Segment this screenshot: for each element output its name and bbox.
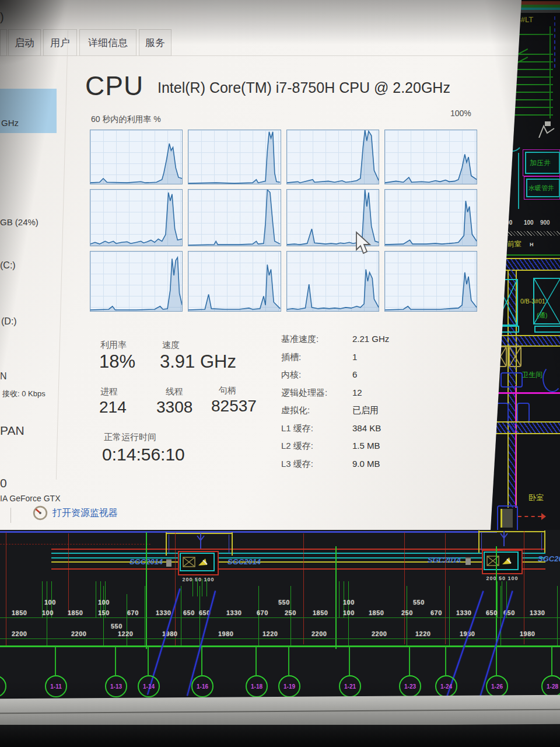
spec-row: 逻辑处理器:12 xyxy=(281,388,474,406)
spec-value: 12 xyxy=(352,388,362,397)
core-usage-graph[interactable] xyxy=(188,130,281,184)
dims-row-lower: 2200220055012201980198012202200220012201… xyxy=(0,630,560,638)
dim-number: 650 xyxy=(486,609,498,616)
speed-label: 速度 xyxy=(162,340,180,351)
main-gridline xyxy=(0,645,560,647)
sidebar-item[interactable]: 接收: 0 Kbps xyxy=(2,389,46,399)
cad-symbol xyxy=(536,118,555,141)
task-manager-window: ) 启动 用户 详细信息 服务 GHz GB (24%)(C:)(D:)N接收:… xyxy=(0,0,522,530)
bubble-stem xyxy=(55,647,56,676)
core-usage-graph[interactable] xyxy=(90,189,183,246)
sidebar-item-cpu[interactable]: GHz xyxy=(0,89,57,133)
dim-number: 1980 xyxy=(218,630,233,637)
shaft-label: 水暖管井 xyxy=(528,184,554,193)
axis-bubble-label: 1-16 xyxy=(197,683,208,690)
stair-line xyxy=(550,26,551,118)
dim-number: 1850 xyxy=(369,609,384,616)
axis-bubble: 1-14 xyxy=(138,675,160,697)
wall-hatch xyxy=(494,335,560,347)
sgc-label: SGC2014 xyxy=(538,554,560,563)
dim-number: 2200 xyxy=(71,630,86,637)
dim-tick xyxy=(197,579,198,596)
sidebar-item[interactable]: 0 xyxy=(0,476,7,490)
window-bottom-blue-line xyxy=(0,531,497,533)
tab-partial[interactable] xyxy=(0,29,7,56)
cad-blue-dashed-line xyxy=(554,16,555,68)
red-gridline xyxy=(445,533,446,644)
dim-number: 250 xyxy=(285,609,296,616)
sidebar-item[interactable]: GB (24%) xyxy=(0,217,38,227)
open-resource-monitor-link[interactable]: 打开资源监视器 xyxy=(33,505,118,521)
processes-label: 进程 xyxy=(100,386,118,397)
tab-startup[interactable]: 启动 xyxy=(8,29,41,56)
wall-line-red xyxy=(51,549,545,550)
core-usage-graph[interactable] xyxy=(188,189,281,246)
sidebar-item[interactable]: PAN xyxy=(0,424,24,438)
wall-line-cyan xyxy=(51,553,545,554)
dim-number: 670 xyxy=(430,609,442,616)
core-usage-graph[interactable] xyxy=(384,130,477,184)
axis-bubble xyxy=(0,675,6,697)
dim-number: 550 xyxy=(111,623,123,630)
red-dashed-arrow xyxy=(518,516,541,517)
dim-number: 670 xyxy=(257,609,268,616)
spec-value: 6 xyxy=(352,369,357,379)
dim-number: 1850 xyxy=(12,609,27,616)
dim-number: 2200 xyxy=(372,630,387,637)
sgc-label: SGC2014 xyxy=(228,557,261,566)
axis-bubble-label: 1-14 xyxy=(143,683,155,690)
tab-users[interactable]: 用户 xyxy=(43,29,77,56)
bubble-stem xyxy=(256,647,257,676)
unit-dimension-numbers: 200 50 100 xyxy=(176,577,221,582)
core-usage-graph[interactable] xyxy=(384,189,477,246)
handles-label: 句柄 xyxy=(219,385,236,396)
tab-services[interactable]: 服务 xyxy=(139,29,172,56)
axis-bubble: 1-28 xyxy=(541,675,560,697)
wall-line-red xyxy=(51,568,545,570)
wall-hatch xyxy=(494,421,560,434)
axis-bubble: 1-13 xyxy=(105,675,127,697)
tab-details[interactable]: 详细信息 xyxy=(79,29,136,56)
titlebar[interactable]: ) xyxy=(0,0,522,27)
sidebar-item[interactable]: IA GeForce GTX xyxy=(0,494,60,503)
bubble-stem xyxy=(115,647,116,676)
cpu-model-subtitle: Intel(R) Core(TM) i7-8750H CPU @ 2.20GHz xyxy=(158,79,450,96)
utilization-label: 利用率 xyxy=(100,340,127,351)
page-title: CPU xyxy=(85,70,144,102)
plumbing-shaft-box: 水暖管井 xyxy=(526,179,560,197)
axis-bubble-label: 1-19 xyxy=(284,683,295,690)
sidebar-item-cpu-label: GHz xyxy=(1,118,19,128)
core-usage-graph[interactable] xyxy=(384,251,477,312)
magenta-pipe-line xyxy=(515,385,516,508)
sidebar-item[interactable]: N xyxy=(0,371,7,382)
bracket xyxy=(232,532,233,556)
axis-bubble-label: 1-13 xyxy=(110,683,122,690)
spec-value: 1 xyxy=(352,352,357,362)
footer-divider xyxy=(10,508,11,523)
handles-value: 82537 xyxy=(211,397,257,416)
bubble-stem xyxy=(496,647,497,676)
spec-value: 9.0 MB xyxy=(352,459,380,469)
dims-row-upper: 100100550100550 xyxy=(0,599,560,607)
spec-label: 内核: xyxy=(281,369,352,381)
dim-number: 2200 xyxy=(312,630,327,637)
blue-accent xyxy=(481,533,482,550)
core-usage-graph[interactable] xyxy=(188,251,281,312)
core-usage-graph[interactable] xyxy=(286,130,379,184)
magenta-wall-line xyxy=(494,392,560,394)
processes-value: 214 xyxy=(99,398,127,417)
dim-tick xyxy=(206,579,207,596)
bedroom-label: 卧室 xyxy=(528,493,544,503)
bubble-stem xyxy=(201,647,202,676)
monitor-bezel xyxy=(0,725,560,747)
dim-number: 1220 xyxy=(415,630,430,637)
core-usage-graph[interactable] xyxy=(90,251,183,312)
core-usage-graph[interactable] xyxy=(90,130,183,184)
bathroom-label: 卫生间 xyxy=(522,370,542,380)
cad-command-bar[interactable] xyxy=(0,695,560,728)
core-usage-graph[interactable] xyxy=(286,251,379,312)
sidebar-item[interactable]: (C:) xyxy=(0,260,16,271)
per-core-usage-graphs xyxy=(90,130,477,312)
dim-number: 1330 xyxy=(226,609,242,616)
sidebar-item[interactable]: (D:) xyxy=(1,316,17,327)
